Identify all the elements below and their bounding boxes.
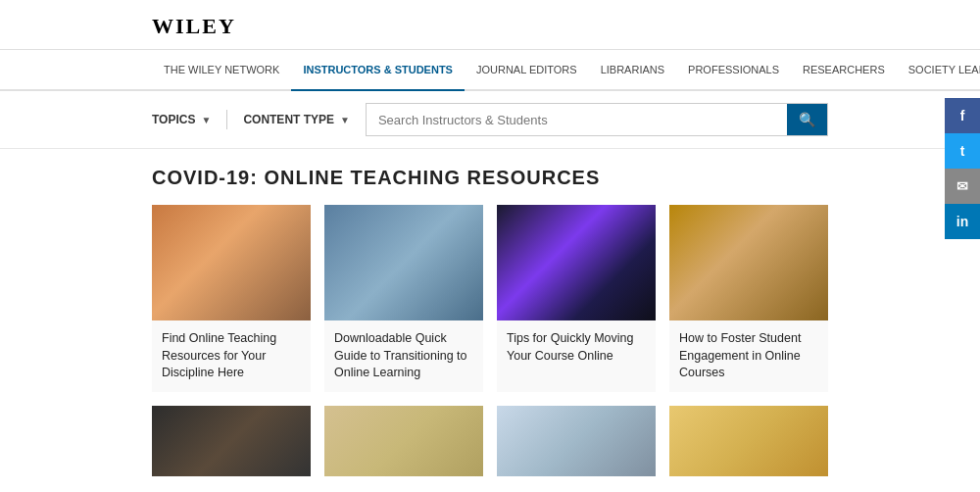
card-1-body: Find Online Teaching Resources for Your …: [152, 320, 311, 392]
topics-label: TOPICS: [152, 113, 195, 126]
card-4-image: [669, 205, 828, 320]
section-title: COVID-19: ONLINE TEACHING RESOURCES: [152, 167, 828, 189]
main-nav: THE WILEY NETWORK INSTRUCTORS & STUDENTS…: [0, 50, 980, 91]
card-3[interactable]: Tips for Quickly Moving Your Course Onli…: [497, 205, 656, 392]
card-7[interactable]: [497, 406, 656, 476]
card-4-title: How to Foster Student Engagement in Onli…: [679, 330, 818, 382]
facebook-share-button[interactable]: f: [945, 98, 980, 133]
card-2-image: [324, 205, 483, 320]
card-1[interactable]: Find Online Teaching Resources for Your …: [152, 205, 311, 392]
card-3-body: Tips for Quickly Moving Your Course Onli…: [497, 320, 656, 374]
card-4[interactable]: How to Foster Student Engagement in Onli…: [669, 205, 828, 392]
twitter-share-button[interactable]: t: [945, 133, 980, 169]
social-bar: f t ✉ in: [945, 98, 980, 239]
search-icon: 🔍: [799, 112, 815, 127]
nav-researchers[interactable]: RESEARCHERS: [791, 50, 897, 89]
card-1-image: [152, 205, 311, 320]
nav-librarians[interactable]: LIBRARIANS: [589, 50, 676, 89]
card-2[interactable]: Downloadable Quick Guide to Transitionin…: [324, 205, 483, 392]
topics-filter-button[interactable]: TOPICS ▼: [152, 109, 211, 130]
card-5[interactable]: [152, 406, 311, 476]
nav-wiley-network[interactable]: THE WILEY NETWORK: [152, 50, 291, 89]
card-2-body: Downloadable Quick Guide to Transitionin…: [324, 320, 483, 392]
nav-society-leaders[interactable]: SOCIETY LEADERS: [897, 50, 980, 89]
site-header: WILEY: [0, 0, 980, 50]
content-type-label: CONTENT TYPE: [243, 113, 334, 126]
facebook-icon: f: [960, 108, 965, 123]
linkedin-icon: in: [956, 214, 968, 229]
content-type-filter-button[interactable]: CONTENT TYPE ▼: [243, 109, 350, 130]
email-share-button[interactable]: ✉: [945, 169, 980, 204]
card-6[interactable]: [324, 406, 483, 476]
nav-journal-editors[interactable]: JOURNAL EDITORS: [465, 50, 589, 89]
card-1-title: Find Online Teaching Resources for Your …: [162, 330, 301, 382]
content-type-arrow-icon: ▼: [340, 115, 350, 125]
cards-grid-row2: [152, 406, 828, 476]
nav-instructors-students[interactable]: INSTRUCTORS & STUDENTS: [291, 50, 465, 91]
twitter-icon: t: [960, 143, 965, 159]
search-wrapper: 🔍: [366, 103, 828, 136]
card-2-title: Downloadable Quick Guide to Transitionin…: [334, 330, 473, 382]
site-logo[interactable]: WILEY: [152, 14, 828, 39]
card-3-title: Tips for Quickly Moving Your Course Onli…: [507, 330, 646, 365]
card-3-image: [497, 205, 656, 320]
search-button[interactable]: 🔍: [787, 104, 827, 135]
filter-bar: TOPICS ▼ CONTENT TYPE ▼ 🔍: [0, 91, 980, 149]
filter-divider: [226, 110, 227, 129]
cards-grid-row1: Find Online Teaching Resources for Your …: [152, 205, 828, 392]
main-content: COVID-19: ONLINE TEACHING RESOURCES Find…: [0, 149, 980, 492]
card-8[interactable]: [669, 406, 828, 476]
linkedin-share-button[interactable]: in: [945, 204, 980, 239]
email-icon: ✉: [956, 178, 968, 194]
card-4-body: How to Foster Student Engagement in Onli…: [669, 320, 828, 392]
nav-professionals[interactable]: PROFESSIONALS: [676, 50, 791, 89]
topics-arrow-icon: ▼: [201, 115, 211, 125]
search-input[interactable]: [367, 106, 787, 134]
